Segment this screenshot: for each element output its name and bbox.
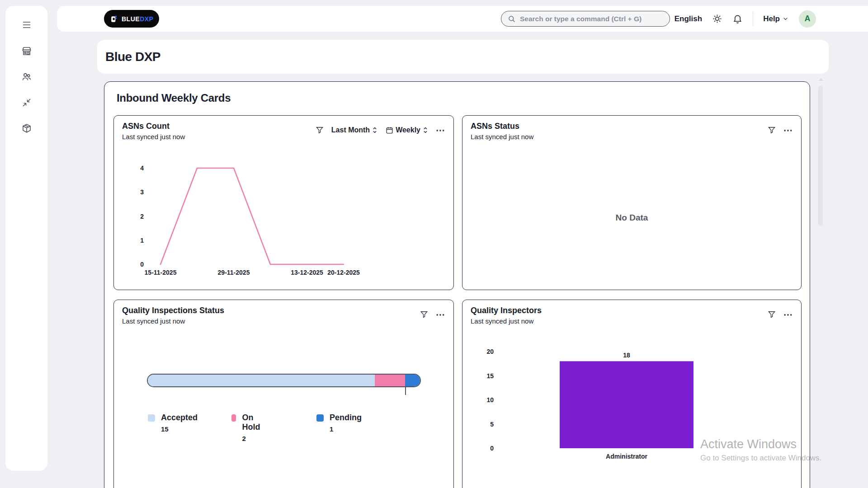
svg-text:10: 10 <box>486 396 494 404</box>
no-data-message: No Data <box>462 213 801 223</box>
card-title: Quality Inspections Status <box>122 306 224 315</box>
card-controls: ⋯ <box>767 126 793 135</box>
search-input[interactable] <box>520 15 663 23</box>
quality-inspectors-bar-chart: 0510152018Administrator <box>462 300 802 488</box>
asns-count-line-chart: 0123415-11-202529-11-202513-12-202520-12… <box>114 116 454 291</box>
card-subtitle: Last synced just now <box>122 317 185 325</box>
svg-text:15-11-2025: 15-11-2025 <box>145 269 177 276</box>
chevron-down-icon <box>782 15 789 22</box>
asns-count-card: ASNs Count Last synced just now Last Mon… <box>113 115 454 290</box>
sidebar <box>5 6 47 471</box>
on-hold-segment <box>375 375 405 386</box>
sidebar-item-packages[interactable] <box>21 123 32 134</box>
language-selector[interactable]: English <box>675 14 702 23</box>
scrollbar-up-arrow[interactable] <box>819 78 823 81</box>
card-subtitle: Last synced just now <box>471 133 533 141</box>
search-icon <box>508 15 516 23</box>
search-bar[interactable] <box>501 11 670 27</box>
users-icon <box>21 71 32 82</box>
pending-segment <box>405 375 420 386</box>
card-controls: ⋯ <box>420 310 445 319</box>
top-header: BLUEDXP English Help A <box>57 6 868 32</box>
quality-inspectors-card: Quality Inspectors Last synced just now … <box>462 300 802 488</box>
more-options-icon[interactable]: ⋯ <box>436 312 445 317</box>
svg-text:3: 3 <box>140 188 144 196</box>
stacked-bar-marker <box>405 386 406 395</box>
inbound-weekly-cards-section: Inbound Weekly Cards ASNs Count Last syn… <box>104 81 810 488</box>
legend-item-on-hold: On Hold 2 <box>231 413 263 442</box>
header-divider <box>753 12 753 26</box>
pending-swatch <box>316 414 324 422</box>
section-title: Inbound Weekly Cards <box>117 92 231 104</box>
sidebar-nav <box>21 46 32 134</box>
page-title: Blue DXP <box>105 50 160 64</box>
user-avatar[interactable]: A <box>799 10 816 28</box>
more-options-icon[interactable]: ⋯ <box>783 128 793 132</box>
accepted-segment <box>148 375 375 386</box>
quality-inspections-status-card: Quality Inspections Status Last synced j… <box>113 300 454 488</box>
asns-status-card: ASNs Status Last synced just now ⋯ No Da… <box>462 115 802 290</box>
svg-text:20: 20 <box>486 348 494 355</box>
legend-count: 1 <box>330 425 362 433</box>
card-title: ASNs Status <box>471 122 519 131</box>
accepted-swatch <box>148 414 155 422</box>
legend-item-pending: Pending 1 <box>316 413 362 433</box>
svg-text:0: 0 <box>490 445 494 452</box>
filter-icon[interactable] <box>420 310 429 319</box>
page-title-bar: Blue DXP <box>97 40 829 74</box>
page: BLUEDXP English Help A Blue DXP <box>0 0 868 488</box>
svg-text:29-11-2025: 29-11-2025 <box>218 269 250 276</box>
bluedxp-logo-icon <box>109 14 118 23</box>
notifications-bell-icon[interactable] <box>732 14 743 24</box>
filter-icon[interactable] <box>767 126 776 135</box>
svg-text:Administrator: Administrator <box>606 453 647 460</box>
scrollbar-thumb[interactable] <box>818 86 823 226</box>
inspections-stacked-bar <box>147 374 421 387</box>
transfer-arrows-icon <box>21 97 32 108</box>
legend-label: On Hold <box>242 413 263 432</box>
svg-text:2: 2 <box>140 213 144 220</box>
legend-count: 2 <box>242 435 263 442</box>
logo-text: BLUEDXP <box>122 15 153 23</box>
store-icon <box>21 46 32 56</box>
header-actions: English Help A <box>675 6 816 32</box>
sidebar-item-store[interactable] <box>21 46 32 56</box>
theme-toggle-sun-icon[interactable] <box>712 14 722 24</box>
legend-count: 15 <box>161 425 198 433</box>
legend-label: Pending <box>330 413 362 422</box>
menu-icon[interactable] <box>21 19 32 30</box>
sidebar-item-transfers[interactable] <box>21 97 32 108</box>
legend-item-accepted: Accepted 15 <box>148 413 198 433</box>
svg-text:20-12-2025: 20-12-2025 <box>327 269 360 276</box>
svg-text:4: 4 <box>140 164 144 172</box>
on-hold-swatch <box>231 414 236 422</box>
help-menu[interactable]: Help <box>763 14 789 23</box>
svg-text:5: 5 <box>490 421 494 428</box>
help-label: Help <box>763 14 780 23</box>
svg-text:18: 18 <box>623 352 630 359</box>
app-logo[interactable]: BLUEDXP <box>104 10 159 28</box>
package-icon <box>21 123 32 134</box>
legend-label: Accepted <box>161 413 198 422</box>
svg-text:1: 1 <box>140 237 144 244</box>
svg-text:15: 15 <box>486 372 494 380</box>
sidebar-item-users[interactable] <box>21 71 32 82</box>
svg-text:13-12-2025: 13-12-2025 <box>291 269 323 276</box>
svg-text:0: 0 <box>140 261 144 268</box>
